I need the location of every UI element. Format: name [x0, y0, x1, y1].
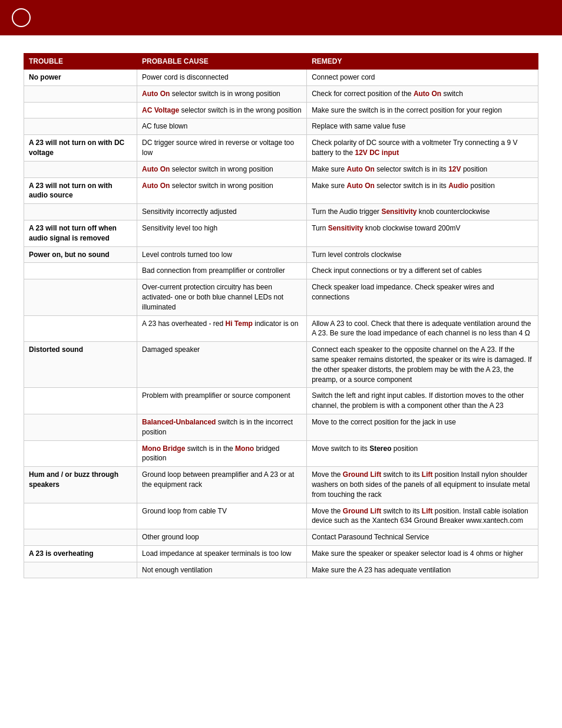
- trouble-cell: [24, 315, 137, 342]
- remedy-cell: Make sure the A 23 has adequate ventilat…: [307, 562, 538, 578]
- cause-cell: Ground loop between preamplifier and A 2…: [137, 467, 307, 503]
- remedy-cell: Turn the Audio trigger Sensitivity knob …: [307, 204, 538, 220]
- trouble-cell: A 23 will not turn on with audio source: [24, 177, 137, 204]
- table-row: A 23 will not turn on with DC voltageDC …: [24, 135, 538, 162]
- remedy-cell: Make sure the speaker or speaker selecto…: [307, 545, 538, 562]
- cause-cell: Power cord is disconnected: [137, 70, 307, 86]
- trouble-cell: [24, 161, 137, 177]
- table-row: Other ground loopContact Parasound Techn…: [24, 529, 538, 546]
- cause-cell: Other ground loop: [137, 529, 307, 546]
- table-row: Hum and / or buzz through speakersGround…: [24, 467, 538, 503]
- table-row: Ground loop from cable TVMove the Ground…: [24, 503, 538, 529]
- remedy-cell: Check speaker load impedance. Check spea…: [307, 279, 538, 315]
- remedy-cell: Turn Sensitivity knob clockwise toward 2…: [307, 220, 538, 246]
- trouble-cell: [24, 118, 137, 135]
- cause-cell: Auto On selector switch in wrong positio…: [137, 177, 307, 204]
- table-row: A 23 has overheated - red Hi Temp indica…: [24, 315, 538, 342]
- cause-cell: Auto On selector switch in wrong positio…: [137, 161, 307, 177]
- trouble-cell: [24, 204, 137, 220]
- cause-cell: Problem with preamplifier or source comp…: [137, 388, 307, 414]
- table-row: Bad connection from preamplifier or cont…: [24, 263, 538, 279]
- trouble-cell: [24, 388, 137, 414]
- cause-cell: Level controls turned too low: [137, 246, 307, 263]
- cause-cell: Sensitivity incorrectly adjusted: [137, 204, 307, 220]
- cause-cell: A 23 has overheated - red Hi Temp indica…: [137, 315, 307, 342]
- trouble-cell: A 23 is overheating: [24, 545, 137, 562]
- content-area: TROUBLE PROBABLE CAUSE REMEDY No powerPo…: [0, 35, 562, 596]
- cause-cell: Over-current protection circuitry has be…: [137, 279, 307, 315]
- table-row: Auto On selector switch in wrong positio…: [24, 161, 538, 177]
- col-header-remedy: REMEDY: [307, 54, 538, 70]
- table-row: Not enough ventilationMake sure the A 23…: [24, 562, 538, 578]
- table-row: Over-current protection circuitry has be…: [24, 279, 538, 315]
- cause-cell: Auto On selector switch is in wrong posi…: [137, 85, 307, 102]
- page-number-circle: [12, 8, 31, 27]
- cause-cell: Damaged speaker: [137, 342, 307, 388]
- remedy-cell: Move the Ground Lift switch to its Lift …: [307, 467, 538, 503]
- table-row: AC Voltage selector switch is in the wro…: [24, 102, 538, 118]
- cause-cell: AC Voltage selector switch is in the wro…: [137, 102, 307, 118]
- trouble-cell: Distorted sound: [24, 342, 137, 388]
- col-header-cause: PROBABLE CAUSE: [137, 54, 307, 70]
- remedy-cell: Move switch to its Stereo position: [307, 440, 538, 467]
- trouble-cell: [24, 529, 137, 546]
- table-row: Auto On selector switch is in wrong posi…: [24, 85, 538, 102]
- remedy-cell: Make sure Auto On selector switch is in …: [307, 161, 538, 177]
- cause-cell: Bad connection from preamplifier or cont…: [137, 263, 307, 279]
- table-row: AC fuse blownReplace with same value fus…: [24, 118, 538, 135]
- trouble-cell: [24, 102, 137, 118]
- trouble-cell: Hum and / or buzz through speakers: [24, 467, 137, 503]
- remedy-cell: Allow A 23 to cool. Check that there is …: [307, 315, 538, 342]
- cause-cell: Mono Bridge switch is in the Mono bridge…: [137, 440, 307, 467]
- table-row: Sensitivity incorrectly adjustedTurn the…: [24, 204, 538, 220]
- cause-cell: Not enough ventilation: [137, 562, 307, 578]
- remedy-cell: Move to the correct position for the jac…: [307, 414, 538, 440]
- trouble-cell: A 23 will not turn on with DC voltage: [24, 135, 137, 162]
- cause-cell: DC trigger source wired in reverse or vo…: [137, 135, 307, 162]
- remedy-cell: Make sure Auto On selector switch is in …: [307, 177, 538, 204]
- cause-cell: Balanced-Unbalanced switch is in the inc…: [137, 414, 307, 440]
- table-row: Mono Bridge switch is in the Mono bridge…: [24, 440, 538, 467]
- remedy-cell: Make sure the switch is in the correct p…: [307, 102, 538, 118]
- trouble-cell: [24, 279, 137, 315]
- remedy-cell: Turn level controls clockwise: [307, 246, 538, 263]
- table-row: Balanced-Unbalanced switch is in the inc…: [24, 414, 538, 440]
- header: [0, 0, 562, 35]
- cause-cell: Ground loop from cable TV: [137, 503, 307, 529]
- trouble-cell: No power: [24, 70, 137, 86]
- remedy-cell: Contact Parasound Technical Service: [307, 529, 538, 546]
- remedy-cell: Check polarity of DC source with a voltm…: [307, 135, 538, 162]
- remedy-cell: Check input connections or try a differe…: [307, 263, 538, 279]
- table-row: A 23 is overheatingLoad impedance at spe…: [24, 545, 538, 562]
- remedy-cell: Connect power cord: [307, 70, 538, 86]
- trouble-cell: [24, 503, 137, 529]
- table-row: Power on, but no soundLevel controls tur…: [24, 246, 538, 263]
- table-row: A 23 will not turn on with audio sourceA…: [24, 177, 538, 204]
- table-row: Distorted soundDamaged speakerConnect ea…: [24, 342, 538, 388]
- remedy-cell: Switch the left and right input cables. …: [307, 388, 538, 414]
- remedy-cell: Connect each speaker to the opposite cha…: [307, 342, 538, 388]
- trouble-cell: [24, 562, 137, 578]
- remedy-cell: Move the Ground Lift switch to its Lift …: [307, 503, 538, 529]
- cause-cell: Sensitivity level too high: [137, 220, 307, 246]
- trouble-cell: [24, 263, 137, 279]
- trouble-cell: Power on, but no sound: [24, 246, 137, 263]
- table-header-row: TROUBLE PROBABLE CAUSE REMEDY: [24, 54, 538, 70]
- troubleshooting-table: TROUBLE PROBABLE CAUSE REMEDY No powerPo…: [24, 53, 538, 578]
- table-row: Problem with preamplifier or source comp…: [24, 388, 538, 414]
- cause-cell: AC fuse blown: [137, 118, 307, 135]
- col-header-trouble: TROUBLE: [24, 54, 137, 70]
- trouble-cell: [24, 85, 137, 102]
- trouble-cell: [24, 414, 137, 440]
- cause-cell: Load impedance at speaker terminals is t…: [137, 545, 307, 562]
- table-row: No powerPower cord is disconnectedConnec…: [24, 70, 538, 86]
- remedy-cell: Replace with same value fuse: [307, 118, 538, 135]
- trouble-cell: A 23 will not turn off when audio signal…: [24, 220, 137, 246]
- trouble-cell: [24, 440, 137, 467]
- table-row: A 23 will not turn off when audio signal…: [24, 220, 538, 246]
- remedy-cell: Check for correct position of the Auto O…: [307, 85, 538, 102]
